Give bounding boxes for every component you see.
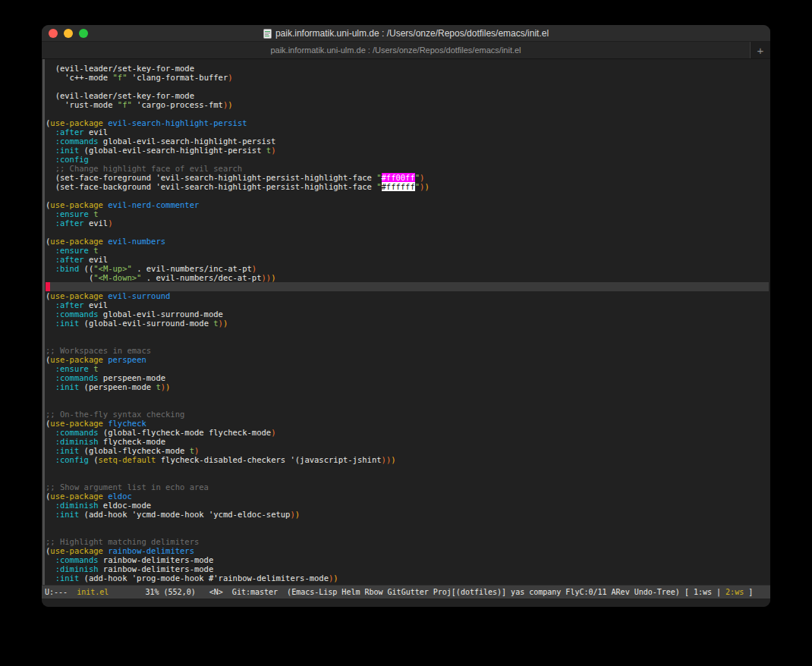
code-line[interactable]: ;; Show argument list in echo area <box>46 482 769 492</box>
new-tab-button[interactable]: + <box>750 42 770 58</box>
code-token: :init <box>46 319 79 328</box>
code-line[interactable] <box>46 228 769 237</box>
code-line[interactable]: :diminish rainbow-delimiters-mode <box>46 564 769 573</box>
code-token: (set-face-foreground 'evil-search-highli… <box>46 173 376 182</box>
code-line[interactable] <box>46 109 769 118</box>
code-line[interactable]: :after evil) <box>46 218 769 228</box>
code-token: (perspeen-mode <box>79 382 156 391</box>
code-token: :init <box>46 446 79 455</box>
code-line[interactable] <box>46 191 769 200</box>
code-token: :ensure <box>46 209 89 218</box>
code-token: :init <box>46 146 79 155</box>
code-token: (add-hook 'ycmd-mode-hook 'ycmd-eldoc-se… <box>79 510 290 519</box>
code-line[interactable]: :after evil <box>46 255 769 264</box>
code-line[interactable]: (use-package evil-numbers <box>46 237 769 246</box>
code-line[interactable] <box>46 473 769 482</box>
code-line[interactable]: :init (add-hook 'prog-mode-hook #'rainbo… <box>46 573 769 583</box>
code-line[interactable]: :ensure t <box>46 209 769 218</box>
code-line[interactable]: (set-face-background 'evil-search-highli… <box>46 182 769 191</box>
code-token: eldoc <box>108 492 132 501</box>
code-line[interactable]: (use-package eldoc <box>46 492 769 501</box>
code-line[interactable]: (evil-leader/set-key-for-mode <box>46 64 769 73</box>
code-line[interactable]: :commands (global-flycheck-mode flycheck… <box>46 428 769 437</box>
code-token: (evil-leader/set-key-for-mode <box>46 64 194 73</box>
code-token: ) <box>228 73 232 82</box>
code-token: (evil-leader/set-key-for-mode <box>46 91 194 100</box>
code-line[interactable]: :init (global-flycheck-mode t) <box>46 446 769 455</box>
code-line[interactable] <box>46 337 769 346</box>
code-line[interactable] <box>46 528 769 537</box>
code-token: use-package <box>50 546 103 555</box>
code-line[interactable]: (use-package evil-nerd-commenter <box>46 200 769 209</box>
code-line[interactable]: :ensure t <box>46 364 769 373</box>
code-token: :commands <box>46 428 99 437</box>
code-line[interactable] <box>46 82 769 91</box>
code-line[interactable]: :ensure t <box>46 246 769 255</box>
code-token: "f" <box>118 100 132 109</box>
code-line[interactable] <box>46 328 769 337</box>
emacs-terminal-window: paik.informatik.uni-ulm.de : /Users/onze… <box>42 25 770 607</box>
code-token: use-package <box>50 419 103 428</box>
code-line[interactable]: (use-package evil-search-highlight-persi… <box>46 118 769 127</box>
code-line[interactable]: :after evil <box>46 127 769 137</box>
tab-init-el[interactable]: paik.informatik.uni-ulm.de : /Users/onze… <box>42 42 750 58</box>
code-token: "f" <box>113 73 127 82</box>
code-token: "<M-down>" <box>93 273 141 282</box>
code-line[interactable]: :config (setq-default flycheck-disabled-… <box>46 455 769 464</box>
code-token: flycheck-disabled-checkers '(javascript-… <box>156 455 381 464</box>
code-line[interactable] <box>46 401 769 410</box>
code-line[interactable]: (use-package perspeen <box>46 355 769 364</box>
code-line[interactable] <box>46 519 769 528</box>
code-token: (global-flycheck-mode flycheck-mode <box>99 428 272 437</box>
code-line[interactable]: ;; Highlight matching delimiters <box>46 537 769 546</box>
code-line[interactable]: :init (perspeen-mode t)) <box>46 382 769 391</box>
code-line[interactable]: 'c++-mode "f" 'clang-format-buffer) <box>46 73 769 82</box>
code-line[interactable]: :commands perspeen-mode <box>46 373 769 382</box>
code-line[interactable]: (evil-leader/set-key-for-mode <box>46 91 769 100</box>
code-line[interactable]: :commands global-evil-surround-mode <box>46 309 769 319</box>
code-token: " <box>376 182 381 191</box>
code-line[interactable]: (use-package evil-surround <box>46 291 769 300</box>
code-line[interactable]: :commands rainbow-delimiters-mode <box>46 555 769 564</box>
window-title: paik.informatik.uni-ulm.de : /Users/onze… <box>275 28 549 39</box>
tab-bar: paik.informatik.uni-ulm.de : /Users/onze… <box>42 42 770 59</box>
code-line[interactable]: :commands global-evil-search-highlight-p… <box>46 137 769 146</box>
code-line[interactable]: :bind (("<M-up>" . evil-numbers/inc-at-p… <box>46 264 769 273</box>
code-token: ( <box>89 455 99 464</box>
code-line[interactable]: :diminish flycheck-mode <box>46 437 769 446</box>
code-token: flycheck-mode <box>99 437 166 446</box>
code-line[interactable]: (set-face-foreground 'evil-search-highli… <box>46 173 769 182</box>
code-line[interactable]: :diminish eldoc-mode <box>46 501 769 510</box>
code-line[interactable] <box>46 464 769 473</box>
code-token: :diminish <box>46 501 99 510</box>
code-token: (add-hook 'prog-mode-hook #'rainbow-deli… <box>79 573 329 583</box>
code-line[interactable]: :after evil <box>46 300 769 309</box>
code-token: rainbow-delimiters <box>108 546 194 555</box>
mode-line: U:--- init.el 31% (552,0) <N> Git:master… <box>42 585 770 598</box>
code-line[interactable]: ;; Change highlight face of evil search <box>46 164 769 173</box>
code-line[interactable]: :init (global-evil-search-highlight-pers… <box>46 146 769 155</box>
code-line[interactable]: :init (global-evil-surround-mode t)) <box>46 319 769 328</box>
code-line[interactable]: :config <box>46 155 769 164</box>
code-line[interactable] <box>46 391 769 401</box>
file-proxy-icon[interactable] <box>263 29 272 39</box>
code-token: evil <box>84 300 109 309</box>
code-line[interactable]: ;; On-the-fly syntax checking <box>46 410 769 419</box>
code-line[interactable]: (use-package flycheck <box>46 419 769 428</box>
code-area[interactable]: (evil-leader/set-key-for-mode 'c++-mode … <box>42 59 770 583</box>
code-line-current[interactable] <box>46 282 769 291</box>
code-token: . evil-numbers/inc-at-pt <box>132 264 252 273</box>
code-token: rainbow-delimiters-mode <box>99 564 214 573</box>
code-line[interactable]: (use-package rainbow-delimiters <box>46 546 769 555</box>
code-line[interactable]: 'rust-mode "f" 'cargo-process-fmt)) <box>46 100 769 109</box>
code-token: global-evil-search-highlight-persist <box>99 137 276 146</box>
editor-buffer[interactable]: (evil-leader/set-key-for-mode 'c++-mode … <box>42 59 770 585</box>
window-titlebar[interactable]: paik.informatik.uni-ulm.de : /Users/onze… <box>42 25 770 42</box>
code-line[interactable]: ;; Workspaces in emacs <box>46 346 769 355</box>
code-token: (set-face-background 'evil-search-highli… <box>46 182 376 191</box>
code-line[interactable]: :init (add-hook 'ycmd-mode-hook 'ycmd-el… <box>46 510 769 519</box>
code-line[interactable]: ("<M-down>" . evil-numbers/dec-at-pt))) <box>46 273 769 282</box>
tab-title: paik.informatik.uni-ulm.de : /Users/onze… <box>270 46 521 55</box>
code-token: (global-flycheck-mode <box>79 446 189 455</box>
echo-area[interactable] <box>42 598 770 607</box>
